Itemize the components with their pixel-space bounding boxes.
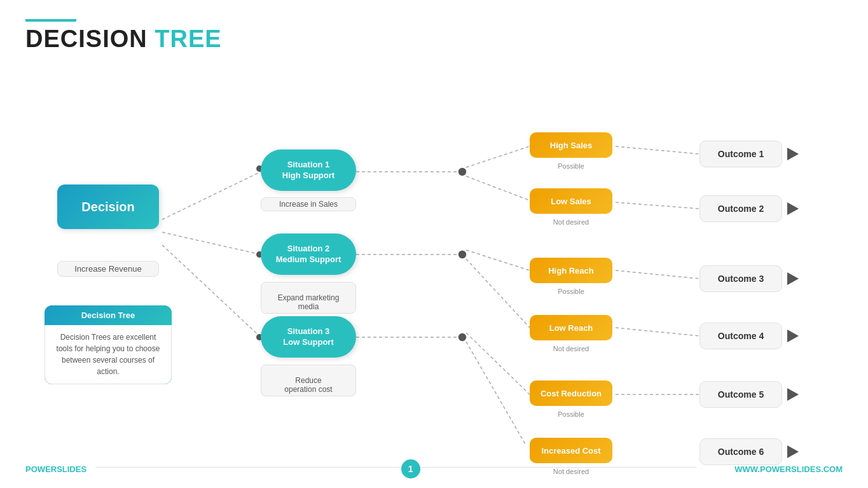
outcome-low-reach-sub: Not desired xyxy=(530,345,612,352)
decision-node: Decision xyxy=(57,185,159,229)
footer: POWERSLIDES 1 WWW.POWERSLIDES.COM xyxy=(25,459,843,478)
diagram: Decision Increase Revenue Decision Tree … xyxy=(25,64,843,445)
header-accent xyxy=(25,19,76,22)
svg-line-7 xyxy=(466,250,530,270)
title-black: DECISION xyxy=(25,25,148,52)
footer-brand: POWERSLIDES xyxy=(25,464,86,474)
info-box-title: Decision Tree xyxy=(45,305,172,325)
situation-2-text: Situation 2Medium Support xyxy=(276,244,341,265)
svg-line-0 xyxy=(162,172,261,220)
result-5: Outcome 5 xyxy=(699,381,782,408)
svg-point-18 xyxy=(458,167,467,176)
svg-line-10 xyxy=(466,333,530,394)
outcome-low-sales: Low Sales xyxy=(530,188,612,214)
result-4: Outcome 4 xyxy=(699,323,782,349)
outcome-high-reach: High Reach xyxy=(530,258,612,283)
arrow-1 xyxy=(787,148,799,160)
svg-line-4 xyxy=(466,146,530,167)
situation-3-sublabel: Reduce operation cost xyxy=(261,365,356,396)
situation-node-2: Situation 2Medium Support xyxy=(261,234,356,275)
svg-point-20 xyxy=(458,333,467,342)
page: DECISION TREE xyxy=(0,0,868,488)
arrow-6 xyxy=(787,445,799,458)
situation-node-1: Situation 1High Support xyxy=(261,150,356,191)
page-number: 1 xyxy=(401,459,420,478)
svg-line-13 xyxy=(616,202,699,209)
svg-line-14 xyxy=(616,270,699,279)
svg-line-12 xyxy=(616,146,699,154)
outcome-cost-reduction: Cost Reduction xyxy=(530,380,612,406)
svg-line-2 xyxy=(162,245,261,337)
svg-line-15 xyxy=(616,328,699,336)
situation-1-sublabel: Increase in Sales xyxy=(261,197,356,211)
result-3: Outcome 3 xyxy=(699,265,782,292)
outcome-low-reach: Low Reach xyxy=(530,315,612,340)
info-box-body: Decision Trees are excellent tools for h… xyxy=(45,325,172,384)
situation-1-text: Situation 1High Support xyxy=(282,160,334,181)
outcome-high-reach-sub: Possible xyxy=(530,288,612,295)
situation-2-sublabel: Expand marketing media xyxy=(261,282,356,314)
svg-point-19 xyxy=(458,250,467,259)
arrow-5 xyxy=(787,388,799,401)
arrow-4 xyxy=(787,330,799,342)
brand-teal: SLIDES xyxy=(57,464,86,474)
arrow-2 xyxy=(787,202,799,215)
svg-line-5 xyxy=(466,176,530,200)
title-teal: TREE xyxy=(155,25,221,52)
svg-line-11 xyxy=(466,342,530,445)
brand-black: POWER xyxy=(25,464,57,474)
situation-node-3: Situation 3Low Support xyxy=(261,316,356,358)
result-2: Outcome 2 xyxy=(699,195,782,222)
outcome-high-sales-sub: Possible xyxy=(530,162,612,170)
svg-line-1 xyxy=(162,232,261,254)
footer-website: WWW.POWERSLIDES.COM xyxy=(734,464,843,474)
page-title: DECISION TREE xyxy=(25,27,843,51)
situation-3-text: Situation 3Low Support xyxy=(283,326,333,348)
arrow-3 xyxy=(787,272,799,285)
info-box: Decision Tree Decision Trees are excelle… xyxy=(45,305,172,384)
outcome-high-sales: High Sales xyxy=(530,132,612,158)
outcome-low-sales-sub: Not desired xyxy=(530,218,612,226)
outcome-cost-reduction-sub: Possible xyxy=(530,410,612,418)
decision-sublabel: Increase Revenue xyxy=(57,261,159,277)
decision-label: Decision xyxy=(81,200,134,214)
svg-line-8 xyxy=(466,259,530,328)
result-1: Outcome 1 xyxy=(699,141,782,167)
